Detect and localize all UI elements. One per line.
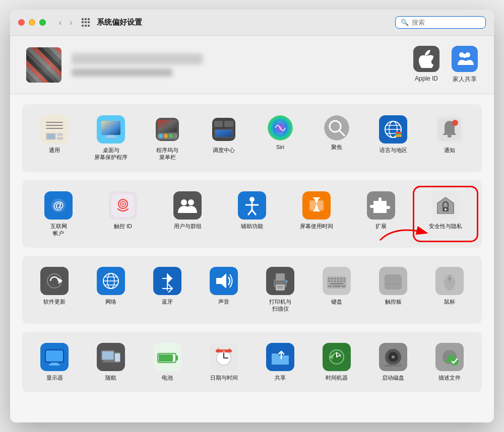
notif-item[interactable]: 通知 <box>423 112 476 164</box>
sharing-label: 共享 <box>275 374 286 381</box>
users-item[interactable]: 用户与群组 <box>157 188 218 240</box>
svg-rect-25 <box>214 121 223 127</box>
mission-icon <box>210 115 238 143</box>
titlebar: ‹ › 系统偏好设置 🔍 <box>10 10 494 36</box>
grid-view-icon[interactable] <box>82 18 91 27</box>
keyboard-item[interactable]: 键盘 <box>310 264 363 316</box>
svg-rect-10 <box>57 137 63 140</box>
icon-grid-1: 通用 <box>28 112 476 164</box>
apple-id-action[interactable]: Apple ID <box>413 46 439 84</box>
svg-rect-104 <box>328 280 330 282</box>
language-item[interactable]: 语言与地区 <box>367 112 419 164</box>
svg-rect-110 <box>330 283 343 284</box>
battery-label: 电池 <box>162 374 173 381</box>
section-2: @ 互联网帐户 <box>22 180 482 248</box>
close-button[interactable] <box>18 19 25 26</box>
apple-id-icon <box>413 46 439 72</box>
timemachine-icon <box>323 343 351 371</box>
startup-label: 启动磁盘 <box>382 374 404 381</box>
svg-point-2 <box>463 54 467 58</box>
mission-item[interactable]: 调度中心 <box>198 112 250 164</box>
svg-rect-136 <box>176 355 178 361</box>
svg-rect-26 <box>224 121 233 127</box>
network-item[interactable]: 网络 <box>85 264 137 316</box>
sidecar-item[interactable]: 随航 <box>85 340 137 384</box>
svg-rect-124 <box>51 363 58 364</box>
sound-icon <box>210 267 238 295</box>
profiles-icon <box>435 343 464 371</box>
dock-label: 程序坞与菜单栏 <box>156 147 178 161</box>
screentime-item[interactable]: 屏幕使用时间 <box>286 188 347 240</box>
software-item[interactable]: 软件更新 <box>28 264 81 316</box>
battery-item[interactable]: 电池 <box>141 340 194 384</box>
printer-icon <box>266 267 294 295</box>
svg-rect-105 <box>331 280 333 282</box>
accessibility-icon <box>238 191 266 220</box>
startup-item[interactable]: 启动磁盘 <box>367 340 419 384</box>
display-item[interactable]: 显示器 <box>28 340 81 384</box>
trackpad-icon <box>379 267 407 295</box>
datetime-item[interactable]: 21 日期与时间 <box>198 340 250 384</box>
apple-id-label: Apple ID <box>415 75 438 82</box>
svg-rect-98 <box>328 278 330 279</box>
svg-rect-102 <box>340 278 342 279</box>
svg-rect-54 <box>176 194 199 217</box>
datetime-label: 日期与时间 <box>210 374 238 381</box>
mouse-item[interactable]: 鼠标 <box>423 264 476 316</box>
svg-rect-93 <box>277 286 283 287</box>
extensions-item[interactable]: 扩展 <box>351 188 411 240</box>
profiles-item[interactable]: 描述文件 <box>423 340 476 384</box>
accessibility-item[interactable]: 辅助功能 <box>222 188 282 240</box>
desktop-item[interactable]: 桌面与屏幕保护程序 <box>85 112 137 164</box>
printer-item[interactable]: 打印机与扫描仪 <box>254 264 306 316</box>
general-item[interactable]: 通用 <box>28 112 81 164</box>
general-icon <box>40 115 69 143</box>
family-sharing-label: 家人共享 <box>453 75 477 84</box>
svg-rect-101 <box>337 278 339 279</box>
svg-rect-14 <box>107 135 114 136</box>
icon-grid-4: 显示器 <box>28 340 476 384</box>
bluetooth-item[interactable]: 蓝牙 <box>141 264 194 316</box>
section-3: 软件更新 网络 <box>22 256 482 324</box>
svg-point-21 <box>164 134 168 138</box>
svg-rect-99 <box>331 278 333 279</box>
minimize-button[interactable] <box>29 19 35 26</box>
forward-button[interactable]: › <box>67 17 75 28</box>
mouse-icon <box>435 267 464 295</box>
search-input[interactable] <box>412 19 480 26</box>
sharing-icon <box>266 343 294 371</box>
svg-point-56 <box>188 199 194 205</box>
trackpad-item[interactable]: 触控板 <box>367 264 419 316</box>
traffic-lights <box>18 19 46 26</box>
zoom-button[interactable] <box>39 19 46 26</box>
svg-rect-113 <box>342 285 345 287</box>
keyboard-icon <box>323 267 351 295</box>
svg-rect-138 <box>159 354 173 362</box>
family-sharing-action[interactable]: 家人共享 <box>452 46 478 84</box>
spotlight-item[interactable]: 聚焦 <box>310 112 363 164</box>
svg-rect-116 <box>385 283 402 284</box>
trackpad-label: 触控板 <box>385 298 402 305</box>
timemachine-item[interactable]: 时间机器 <box>310 340 363 384</box>
family-sharing-icon <box>452 46 478 72</box>
svg-rect-115 <box>385 274 402 290</box>
sharing-item[interactable]: 共享 <box>254 340 306 384</box>
sound-item[interactable]: 声音 <box>198 264 250 316</box>
internet-item[interactable]: @ 互联网帐户 <box>28 188 89 240</box>
svg-rect-112 <box>333 285 341 287</box>
security-item[interactable]: 安全性与隐私 <box>415 188 476 240</box>
svg-point-20 <box>159 134 163 138</box>
search-box[interactable]: 🔍 <box>395 16 486 29</box>
back-button[interactable]: ‹ <box>56 17 65 28</box>
screentime-icon <box>302 191 331 220</box>
svg-rect-123 <box>46 350 63 362</box>
siri-item[interactable]: Siri <box>254 112 306 164</box>
touch-item[interactable]: 触控 ID <box>93 188 153 240</box>
accessibility-label: 辅助功能 <box>241 223 263 230</box>
software-icon <box>40 267 69 295</box>
bluetooth-icon <box>153 267 181 295</box>
users-label: 用户与群组 <box>174 223 202 230</box>
dock-item[interactable]: 程序坞与菜单栏 <box>141 112 194 164</box>
printer-label: 打印机与扫描仪 <box>269 298 291 313</box>
svg-rect-157 <box>385 365 402 367</box>
